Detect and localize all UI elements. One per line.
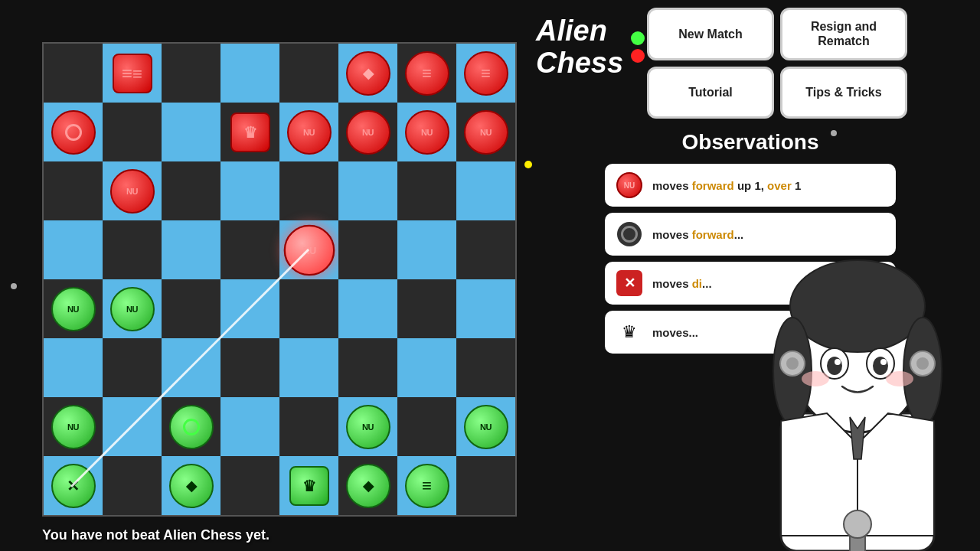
piece-green-diamond-1[interactable]: ◆ <box>169 464 214 508</box>
cell-2-3[interactable] <box>220 161 279 220</box>
cell-4-2[interactable] <box>162 279 220 338</box>
cell-3-2[interactable] <box>162 220 220 279</box>
cell-1-1[interactable] <box>103 103 162 161</box>
cell-3-5[interactable] <box>338 220 397 279</box>
new-match-button[interactable]: New Match <box>647 8 774 60</box>
cell-5-7[interactable] <box>456 338 515 397</box>
piece-nu-1[interactable]: NU <box>287 110 332 155</box>
tutorial-button[interactable]: Tutorial <box>647 67 774 119</box>
cell-2-5[interactable] <box>338 161 397 220</box>
cell-6-2[interactable] <box>162 397 220 456</box>
cell-1-7[interactable]: NU <box>456 103 515 161</box>
cell-0-4[interactable] <box>279 44 338 103</box>
cell-6-1[interactable] <box>103 397 162 456</box>
cell-4-1[interactable]: NU <box>103 279 162 338</box>
cell-3-1[interactable] <box>103 220 162 279</box>
cell-1-3[interactable]: ♛ <box>220 103 279 161</box>
tips-tricks-button[interactable]: Tips & Tricks <box>780 67 907 119</box>
cell-5-1[interactable] <box>103 338 162 397</box>
cell-4-5[interactable] <box>338 279 397 338</box>
cell-3-7[interactable] <box>456 220 515 279</box>
cell-6-5[interactable]: NU <box>338 397 397 456</box>
cell-0-5[interactable]: ◆ <box>338 44 397 103</box>
cell-2-4[interactable] <box>279 161 338 220</box>
white-dot-1 <box>831 130 837 136</box>
svg-point-20 <box>786 357 799 370</box>
green-dot <box>631 31 645 45</box>
cell-1-6[interactable]: NU <box>397 103 456 161</box>
cell-7-0[interactable]: ✕ <box>44 456 103 515</box>
piece-green-nu-3[interactable]: NU <box>51 405 96 449</box>
cell-2-0[interactable] <box>44 161 103 220</box>
cell-0-1[interactable]: ≡ <box>103 44 162 103</box>
cell-3-0[interactable] <box>44 220 103 279</box>
cell-7-1[interactable] <box>103 456 162 515</box>
cell-5-2[interactable] <box>162 338 220 397</box>
cell-1-5[interactable]: NU <box>338 103 397 161</box>
nu-piece-icon: NU <box>616 172 642 198</box>
cell-5-6[interactable] <box>397 338 456 397</box>
cell-7-7[interactable] <box>456 456 515 515</box>
piece-nu-2[interactable]: NU <box>346 110 390 155</box>
piece-red-lines-1[interactable]: ≡ <box>405 51 449 96</box>
piece-green-nu-4[interactable]: NU <box>346 405 390 449</box>
ring-piece-icon <box>617 222 642 246</box>
cell-7-4[interactable]: ♛ <box>279 456 338 515</box>
cell-7-6[interactable]: ≡ <box>397 456 456 515</box>
chess-board[interactable]: ≡ ◆ ≡ ≡ ♛ NU NU NU NU NU NU <box>42 42 517 517</box>
resign-rematch-button[interactable]: Resign and Rematch <box>780 8 907 60</box>
cell-4-7[interactable] <box>456 279 515 338</box>
cell-7-5[interactable]: ◆ <box>338 456 397 515</box>
svg-point-23 <box>844 510 871 538</box>
piece-nu-3[interactable]: NU <box>405 110 449 155</box>
cell-0-0[interactable] <box>44 44 103 103</box>
piece-green-nu-2[interactable]: NU <box>110 287 155 331</box>
cell-6-7[interactable]: NU <box>456 397 515 456</box>
cell-2-1[interactable]: NU <box>103 161 162 220</box>
cell-6-3[interactable] <box>220 397 279 456</box>
cell-5-0[interactable] <box>44 338 103 397</box>
cell-2-2[interactable] <box>162 161 220 220</box>
cell-3-6[interactable] <box>397 220 456 279</box>
cell-6-6[interactable] <box>397 397 456 456</box>
cell-6-4[interactable] <box>279 397 338 456</box>
cell-0-7[interactable]: ≡ <box>456 44 515 103</box>
piece-nu-5[interactable]: NU <box>110 169 155 214</box>
cell-3-4[interactable]: NU <box>279 220 338 279</box>
cell-4-4[interactable] <box>279 279 338 338</box>
piece-red-crown[interactable]: ≡ <box>113 54 152 93</box>
cell-4-6[interactable] <box>397 279 456 338</box>
cell-2-6[interactable] <box>397 161 456 220</box>
cell-1-0[interactable] <box>44 103 103 161</box>
cell-1-4[interactable]: NU <box>279 103 338 161</box>
cell-2-7[interactable] <box>456 161 515 220</box>
status-text: You have not beat Alien Chess yet. <box>42 527 270 543</box>
cell-5-3[interactable] <box>220 338 279 397</box>
cell-4-3[interactable] <box>220 279 279 338</box>
piece-green-crown[interactable]: ♛ <box>289 466 329 506</box>
piece-red-diamond[interactable]: ◆ <box>346 51 390 96</box>
cell-5-5[interactable] <box>338 338 397 397</box>
piece-green-nu-5[interactable]: NU <box>464 405 508 449</box>
cell-1-2[interactable] <box>162 103 220 161</box>
cell-5-4[interactable] <box>279 338 338 397</box>
piece-green-lines[interactable]: ≡ <box>405 464 449 508</box>
piece-nu-selected[interactable]: NU <box>283 224 335 276</box>
cell-0-6[interactable]: ≡ <box>397 44 456 103</box>
cell-7-3[interactable] <box>220 456 279 515</box>
piece-green-x[interactable]: ✕ <box>51 464 96 508</box>
cell-6-0[interactable]: NU <box>44 397 103 456</box>
cell-3-3[interactable] <box>220 220 279 279</box>
cell-4-0[interactable]: NU <box>44 279 103 338</box>
cell-0-3[interactable] <box>220 44 279 103</box>
observations-title: Observations <box>605 130 896 155</box>
piece-nu-4[interactable]: NU <box>464 110 508 155</box>
piece-green-diamond-2[interactable]: ◆ <box>346 464 390 508</box>
cell-7-2[interactable]: ◆ <box>162 456 220 515</box>
piece-green-nu-1[interactable]: NU <box>51 287 96 331</box>
piece-red-crown-1[interactable]: ♛ <box>230 112 270 152</box>
piece-red-lines-2[interactable]: ≡ <box>464 51 508 96</box>
piece-green-ring[interactable] <box>169 405 214 449</box>
cell-0-2[interactable] <box>162 44 220 103</box>
piece-red-ring-1[interactable] <box>51 110 96 155</box>
